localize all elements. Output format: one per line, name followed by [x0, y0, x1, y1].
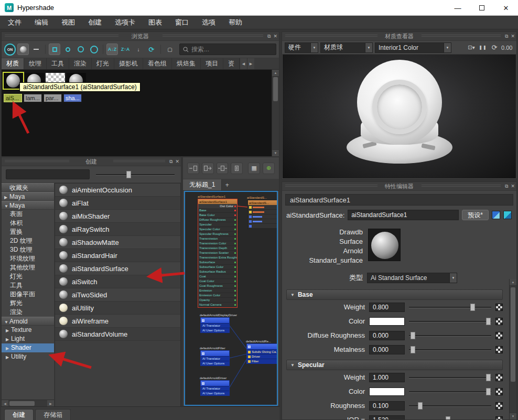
chevron-right-icon[interactable]: ▶: [247, 58, 254, 69]
shader-item-aiwireframe[interactable]: aiWireframe: [55, 315, 180, 328]
browser-scrollbar[interactable]: ▲ ▼: [272, 70, 279, 156]
show-in-hypershade-icon[interactable]: [492, 211, 500, 219]
flat-swatch-button[interactable]: [30, 44, 42, 55]
shader-item-aiflat[interactable]: aiFlat: [55, 197, 180, 210]
float-panel-icon[interactable]: ⧉: [267, 34, 271, 39]
tab-bake-sets[interactable]: 烘焙集: [172, 58, 201, 69]
node-attr-row[interactable]: Transmission Depth: [198, 246, 237, 251]
browser-panel-header[interactable]: 浏览器 ⧉ ✕: [2, 32, 279, 41]
base-color-swatch[interactable]: [369, 317, 405, 326]
swatch-label-lambert[interactable]: lam...: [24, 94, 42, 102]
port-dot[interactable]: [234, 276, 236, 277]
displacement-port-icon[interactable]: [249, 216, 252, 218]
node-attr-row[interactable]: Driver: [247, 354, 278, 359]
port-dot[interactable]: [234, 233, 236, 235]
node-header[interactable]: aiStandardS...: [248, 200, 278, 205]
port-dot[interactable]: [234, 243, 236, 244]
chevron-left-icon[interactable]: ◀: [240, 58, 247, 69]
geometry-dropdown[interactable]: 材质球▼: [320, 42, 373, 53]
section-specular[interactable]: ▼Specular: [286, 360, 503, 370]
swatch-size-slider[interactable]: [96, 170, 175, 179]
swatch-size-xlarge-button[interactable]: [88, 44, 100, 55]
close-panel-icon[interactable]: ✕: [511, 184, 515, 189]
slider-handle[interactable]: [411, 332, 415, 339]
specular-roughness-field[interactable]: 0.100: [369, 401, 405, 411]
menu-view[interactable]: 视图: [61, 18, 75, 27]
ior-map-button[interactable]: [495, 416, 503, 420]
node-shading-group[interactable]: aiStandardS...: [248, 200, 278, 229]
node-render-options[interactable]: Subdiv Dicing Ca... Driver Filter: [247, 344, 278, 363]
shader-item-aiambientocclusion[interactable]: aiAmbientOcclusion: [55, 184, 180, 197]
node-aistandardsurface1[interactable]: aiStandardSurface1 Out Color Base Base C…: [198, 199, 237, 307]
shader-item-aistandardsurface[interactable]: aiStandardSurface: [55, 262, 180, 275]
refresh-swatches-icon[interactable]: ⟳: [146, 44, 157, 55]
port-dot[interactable]: [234, 229, 236, 230]
show-in-nodeeditor-icon[interactable]: [503, 211, 512, 219]
scroll-up-icon[interactable]: ▲: [510, 279, 516, 286]
port-dot[interactable]: [234, 252, 236, 254]
node-attr-row[interactable]: Specular: [198, 222, 237, 227]
node-port-row[interactable]: [248, 210, 278, 214]
diffuse-roughness-map-button[interactable]: [495, 332, 503, 339]
shader-item-aimixshader[interactable]: aiMixShader: [55, 210, 180, 223]
node-header[interactable]: [201, 318, 229, 323]
sort-reverse-button[interactable]: Z↑A: [120, 44, 131, 55]
specular-roughness-slider[interactable]: [409, 402, 491, 410]
port-dot[interactable]: [234, 238, 236, 240]
swatch-area[interactable]: aiStandardSurface1 (aiStandardSurface) a…: [2, 70, 279, 156]
shader-item-airayswitch[interactable]: aiRaySwitch: [55, 223, 180, 236]
node-attr-row[interactable]: Subsurface Color: [198, 265, 237, 270]
node-attr-row[interactable]: Coat: [198, 274, 237, 279]
node-attr-row[interactable]: AI Translator: [201, 386, 229, 391]
port-dot[interactable]: [234, 206, 236, 207]
shader-item-aistandardhair[interactable]: aiStandardHair: [55, 249, 180, 262]
menu-file[interactable]: 文件: [8, 18, 21, 27]
scrollbar-thumb[interactable]: [9, 401, 35, 406]
category-image-planes[interactable]: 图像平面: [2, 290, 54, 299]
tab-cameras[interactable]: 摄影机: [114, 58, 143, 69]
port-dot[interactable]: [234, 290, 236, 292]
sort-alphabetical-button[interactable]: A↓Z: [106, 44, 118, 55]
port-icon[interactable]: [248, 351, 251, 353]
all-attrs-mode-icon[interactable]: [231, 163, 243, 174]
scroll-up-icon[interactable]: ▲: [272, 70, 279, 77]
base-color-slider[interactable]: [409, 317, 491, 326]
connected-attrs-mode-icon[interactable]: [217, 163, 229, 174]
node-attr-row[interactable]: Coat Color: [198, 279, 237, 284]
specular-weight-slider[interactable]: [409, 373, 491, 382]
node-attr-row[interactable]: Subsurface: [198, 260, 237, 265]
tab-lights[interactable]: 灯光: [92, 58, 114, 69]
metalness-slider[interactable]: [409, 346, 491, 354]
node-attr-row[interactable]: Coat Roughness: [198, 284, 237, 288]
base-color-map-button[interactable]: [495, 318, 503, 325]
menu-options[interactable]: 选项: [202, 18, 215, 27]
no-connections-mode-icon[interactable]: [187, 163, 199, 174]
node-attr-row[interactable]: Opacity: [198, 298, 237, 303]
swatch-size-medium-button[interactable]: [62, 44, 73, 55]
port-dot[interactable]: [234, 299, 236, 301]
specular-weight-map-button[interactable]: [495, 374, 503, 381]
node-attr-row[interactable]: AI User Options: [201, 361, 229, 365]
node-attr-row[interactable]: Diffuse Roughness: [198, 218, 237, 222]
metalness-map-button[interactable]: [495, 346, 503, 353]
slider-handle[interactable]: [470, 304, 475, 311]
slider-handle[interactable]: [418, 402, 423, 410]
port-dot[interactable]: [234, 295, 236, 296]
frame-all-icon[interactable]: ⊕: [263, 163, 275, 174]
port-dot[interactable]: [234, 281, 236, 282]
float-panel-icon[interactable]: ⧉: [505, 34, 508, 39]
port-icon[interactable]: [248, 356, 251, 358]
menu-create[interactable]: 创建: [88, 18, 102, 27]
diffuse-roughness-slider[interactable]: [409, 331, 491, 340]
simple-connections-mode-icon[interactable]: [202, 163, 214, 174]
node-name-bar[interactable]: aiStandardSurface1: [285, 194, 513, 206]
node-attr-row[interactable]: Transmission: [198, 236, 237, 241]
bottom-tab-create[interactable]: 创建: [4, 409, 34, 420]
node-name-input[interactable]: [348, 210, 459, 220]
refresh-icon[interactable]: ⟳: [490, 44, 499, 51]
node-attr-row[interactable]: Specular Color: [198, 227, 237, 232]
category-arnold[interactable]: ▼Arnold: [2, 317, 54, 326]
tab-textures[interactable]: 纹理: [24, 58, 47, 69]
node-header[interactable]: [247, 344, 278, 349]
swatch-label-particlecloud[interactable]: par...: [44, 94, 62, 102]
